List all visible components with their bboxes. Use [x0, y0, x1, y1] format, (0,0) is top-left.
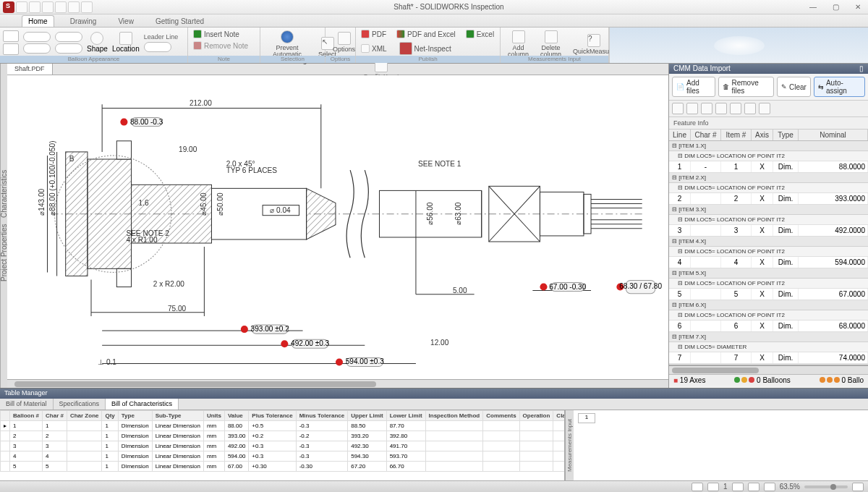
balloon-style-3[interactable]: [55, 32, 82, 42]
th-units[interactable]: Units: [203, 411, 224, 421]
balloon-style-2[interactable]: [23, 43, 51, 54]
clear-button[interactable]: ✎Clear: [777, 77, 811, 97]
nav-first-icon[interactable]: [692, 483, 703, 491]
th-subtype[interactable]: Sub-Type: [152, 411, 203, 421]
cmm-item-block[interactable]: ⊟ [ITEM 3.X] ⊟ DIM LOC5= LOCATION OF POI…: [669, 205, 868, 237]
tab-home[interactable]: Home: [22, 15, 54, 27]
table-row[interactable]: 331DimensionLinear Dimensionmm492.00+0.3…: [1, 441, 565, 451]
tab-bill-of-material[interactable]: Bill of Material: [0, 399, 54, 410]
add-column-button[interactable]: Add column: [503, 29, 533, 59]
th-balloon[interactable]: Balloon #: [10, 411, 43, 421]
maximize-button[interactable]: ▢: [828, 3, 843, 11]
th-value[interactable]: Value: [224, 411, 248, 421]
col-item[interactable]: Item #: [721, 130, 752, 140]
tab-drawing[interactable]: Drawing: [64, 16, 103, 27]
item-row[interactable]: 55 XDim.67.0000: [669, 289, 868, 300]
col-axis[interactable]: Axis: [752, 130, 773, 140]
view-icon-2[interactable]: [686, 103, 698, 114]
options-button[interactable]: Options: [328, 30, 359, 54]
item-head[interactable]: ⊟ [ITEM 4.X]: [669, 237, 868, 247]
item-head[interactable]: ⊟ [ITEM 7.X]: [669, 332, 868, 342]
zoom-slider[interactable]: [804, 485, 848, 488]
col-line[interactable]: Line: [669, 130, 691, 140]
close-button[interactable]: ✕: [851, 3, 865, 11]
th-operation[interactable]: Operation: [519, 411, 553, 421]
qat-new-icon[interactable]: [16, 1, 27, 13]
cmm-item-block[interactable]: ⊟ [ITEM 7.X] ⊟ DIM LOC5= DIAMETER 77 XDi…: [669, 332, 868, 364]
col-type[interactable]: Type: [773, 130, 799, 140]
th-char[interactable]: Char #: [43, 411, 67, 421]
minimize-button[interactable]: —: [805, 3, 821, 11]
cmm-hscroll[interactable]: [669, 365, 868, 374]
qat-print-icon[interactable]: [55, 1, 67, 13]
remove-files-button[interactable]: 🗑Remove files: [718, 77, 774, 97]
nav-last-icon[interactable]: [748, 483, 760, 491]
qat-open-icon[interactable]: [29, 1, 41, 13]
th-type[interactable]: Type: [118, 411, 152, 421]
net-inspect-button[interactable]: Net-Inspect: [395, 41, 456, 56]
remove-note-button[interactable]: Remove Note: [191, 41, 250, 51]
item-head[interactable]: ⊟ [ITEM 5.X]: [669, 268, 868, 279]
view-icon-7[interactable]: [759, 103, 770, 114]
measurements-strip-label[interactable]: Measurements Input: [565, 410, 574, 480]
font-size-icon[interactable]: [3, 30, 19, 42]
zoom-in-icon[interactable]: [852, 483, 864, 491]
th-minus-tol[interactable]: Minus Tolerance: [296, 411, 348, 421]
insert-note-button[interactable]: Insert Note: [191, 29, 242, 39]
view-icon-3[interactable]: [701, 103, 712, 114]
th-qty[interactable]: Qty: [102, 411, 118, 421]
item-row[interactable]: 77 XDim.74.0000: [669, 352, 868, 363]
view-icon-6[interactable]: [744, 103, 756, 114]
pub-excel-button[interactable]: Excel: [464, 29, 496, 39]
th-upper[interactable]: Upper Limit: [348, 411, 386, 421]
tab-specifications[interactable]: Specifications: [54, 399, 106, 410]
pub-pdf-excel-button[interactable]: PDF and Excel: [394, 29, 458, 39]
col-char[interactable]: Char #: [691, 130, 721, 140]
tab-getting-started[interactable]: Getting Started: [150, 16, 210, 27]
th-plus-tol[interactable]: Plus Tolerance: [249, 411, 296, 421]
th-char-zone[interactable]: Char Zone: [67, 411, 102, 421]
th-lower[interactable]: Lower Limit: [386, 411, 425, 421]
item-head[interactable]: ⊟ [ITEM 6.X]: [669, 300, 868, 310]
document-tab[interactable]: Shaft.PDF: [7, 64, 53, 75]
item-head[interactable]: ⊟ [ITEM 3.X]: [669, 205, 868, 215]
fit-page-icon[interactable]: [764, 483, 775, 491]
col-nominal[interactable]: Nominal: [799, 130, 868, 140]
balloon-style-4[interactable]: [55, 43, 82, 54]
view-icon-1[interactable]: [672, 103, 684, 114]
drawing-hscroll[interactable]: [7, 379, 668, 388]
table-row[interactable]: 221DimensionLinear Dimensionmm393.00+0.2…: [1, 431, 565, 441]
left-sidebar[interactable]: Project Properties Characteristics: [0, 64, 7, 388]
th-method[interactable]: Inspection Method: [425, 411, 483, 421]
item-row[interactable]: 22 XDim.393.0000: [669, 193, 868, 204]
font-color-icon[interactable]: [3, 43, 19, 55]
panel-pin-icon[interactable]: ▯: [859, 64, 864, 73]
item-row[interactable]: 33 XDim.492.0000: [669, 225, 868, 236]
shape-icon[interactable]: [90, 32, 103, 45]
pub-xml-button[interactable]: XML: [359, 43, 389, 54]
cmm-item-block[interactable]: ⊟ [ITEM 5.X] ⊟ DIM LOC5= LOCATION OF POI…: [669, 268, 868, 300]
item-row[interactable]: 66 XDim.68.0000: [669, 321, 868, 331]
view-icon-5[interactable]: [730, 103, 741, 114]
delete-column-button[interactable]: Delete column: [536, 29, 566, 59]
view-icon-4[interactable]: [715, 103, 727, 114]
tab-view[interactable]: View: [112, 16, 140, 27]
nav-next-icon[interactable]: [732, 483, 744, 491]
leader-sample[interactable]: [144, 42, 171, 52]
measurement-cell-1[interactable]: 1: [578, 413, 595, 423]
tab-bill-of-characteristics[interactable]: Bill of Characteristics: [106, 399, 179, 410]
table-row[interactable]: ▸111DimensionLinear Dimensionmm88.00+0.5…: [1, 421, 565, 431]
cmm-item-block[interactable]: ⊟ [ITEM 4.X] ⊟ DIM LOC5= LOCATION OF POI…: [669, 237, 868, 268]
item-head[interactable]: ⊟ [ITEM 1.X]: [669, 141, 868, 151]
cmm-items-list[interactable]: ⊟ [ITEM 1.X] ⊟ DIM LOC5= LOCATION OF POI…: [669, 141, 868, 365]
qat-undo-icon[interactable]: [68, 1, 80, 13]
nav-prev-icon[interactable]: [707, 483, 719, 491]
cmm-item-block[interactable]: ⊟ [ITEM 1.X] ⊟ DIM LOC5= LOCATION OF POI…: [669, 141, 868, 173]
th-comments[interactable]: Comments: [483, 411, 519, 421]
cmm-item-block[interactable]: ⊟ [ITEM 2.X] ⊟ DIM LOC5= LOCATION OF POI…: [669, 173, 868, 205]
balloon-style-1[interactable]: [23, 32, 51, 42]
characteristics-grid[interactable]: Balloon # Char # Char Zone Qty Type Sub-…: [0, 410, 564, 480]
location-icon[interactable]: [119, 32, 132, 45]
qat-redo-icon[interactable]: [81, 1, 93, 13]
cmm-item-block[interactable]: ⊟ [ITEM 6.X] ⊟ DIM LOC5= LOCATION OF POI…: [669, 300, 868, 332]
